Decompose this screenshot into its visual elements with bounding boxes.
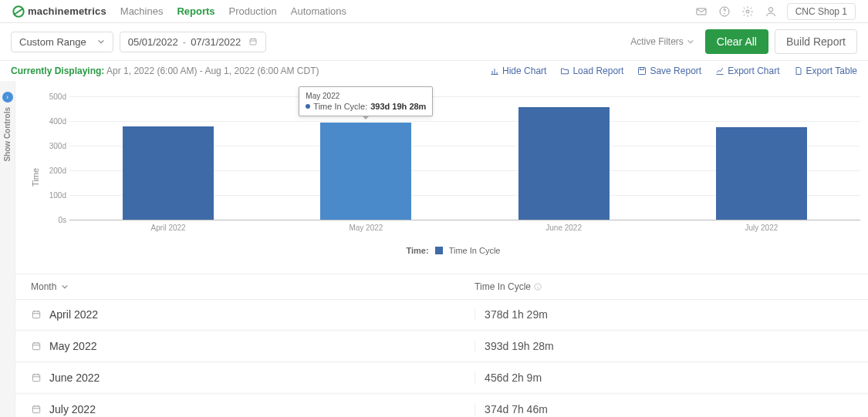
nav-reports[interactable]: Reports <box>177 5 214 17</box>
range-dropdown-label: Custom Range <box>19 36 86 48</box>
date-dash: - <box>183 36 186 48</box>
display-label: Currently Displaying: <box>11 66 104 76</box>
svg-rect-24 <box>32 375 39 382</box>
nav-production[interactable]: Production <box>229 5 277 17</box>
svg-rect-28 <box>32 406 39 413</box>
row-time: 456d 2h 9m <box>475 372 853 384</box>
logo-mark-icon <box>12 5 25 18</box>
row-month: June 2022 <box>49 372 100 384</box>
brand-logo[interactable]: machinemetrics <box>12 5 106 18</box>
date-to: 07/31/2022 <box>191 36 241 48</box>
calendar-icon <box>248 37 258 46</box>
show-controls-label: Show Controls <box>3 107 12 162</box>
x-tick: April 2022 <box>151 224 186 232</box>
row-time: 378d 1h 29m <box>475 308 853 321</box>
calendar-icon <box>31 404 42 415</box>
svg-rect-16 <box>32 311 39 318</box>
save-report-action[interactable]: Save Report <box>637 66 701 76</box>
table-row[interactable]: June 2022 456d 2h 9m <box>15 363 868 395</box>
svg-point-6 <box>768 7 772 11</box>
chart-line-icon <box>715 66 724 76</box>
chart-bar-icon <box>490 66 499 76</box>
table-row[interactable]: July 2022 374d 7h 46m <box>15 395 868 417</box>
info-icon <box>534 283 542 291</box>
y-tick: 100d <box>45 191 66 200</box>
svg-point-5 <box>746 10 749 13</box>
row-time: 393d 19h 28m <box>475 340 853 352</box>
x-tick: May 2022 <box>349 224 383 232</box>
brand-name: machinemetrics <box>28 5 106 17</box>
export-table-action[interactable]: Export Table <box>794 66 858 76</box>
folder-open-icon <box>560 66 569 76</box>
shop-selector[interactable]: CNC Shop 1 <box>787 3 856 20</box>
table-header: Month Time In Cycle <box>15 274 868 300</box>
svg-rect-11 <box>639 68 646 75</box>
y-tick: 200d <box>45 166 66 175</box>
currently-displaying: Currently Displaying: Apr 1, 2022 (6:00 … <box>11 66 319 76</box>
row-month: July 2022 <box>49 403 96 415</box>
col-header-time[interactable]: Time In Cycle <box>475 281 853 292</box>
calendar-icon <box>31 309 42 320</box>
nav-automations[interactable]: Automations <box>291 5 346 17</box>
svg-rect-20 <box>32 343 39 350</box>
nav-machines[interactable]: Machines <box>120 5 164 17</box>
active-filters-toggle[interactable]: Active Filters <box>630 36 694 47</box>
date-from: 05/01/2022 <box>128 36 178 48</box>
y-tick: 300d <box>45 142 66 150</box>
x-tick: July 2022 <box>745 224 778 232</box>
y-tick: 400d <box>45 117 66 126</box>
svg-point-4 <box>724 13 724 14</box>
save-icon <box>637 66 647 76</box>
svg-point-14 <box>538 285 539 286</box>
hide-chart-action[interactable]: Hide Chart <box>490 66 546 76</box>
bar-chart: 0s100d200d300d400d500d April 2022May 202… <box>69 96 860 220</box>
user-icon[interactable] <box>764 5 778 18</box>
col-header-month[interactable]: Month <box>31 281 475 292</box>
calendar-icon <box>31 341 42 351</box>
side-controls-tab[interactable]: › Show Controls <box>0 81 15 417</box>
row-month: April 2022 <box>49 308 98 321</box>
y-axis-label: Time <box>31 168 40 187</box>
mail-icon[interactable] <box>694 5 708 18</box>
chevron-down-icon <box>97 38 105 45</box>
load-report-action[interactable]: Load Report <box>560 66 623 76</box>
clear-all-button[interactable]: Clear All <box>705 29 768 54</box>
active-filters-label: Active Filters <box>630 36 684 47</box>
svg-rect-12 <box>640 68 644 70</box>
svg-rect-2 <box>697 8 706 15</box>
build-report-button[interactable]: Build Report <box>775 29 857 54</box>
row-time: 374d 7h 46m <box>475 403 853 415</box>
range-dropdown[interactable]: Custom Range <box>11 32 113 52</box>
y-tick: 500d <box>45 92 66 101</box>
x-tick: June 2022 <box>545 224 582 232</box>
calendar-icon <box>31 372 42 383</box>
bar[interactable] <box>320 123 411 220</box>
y-tick: 0s <box>45 216 66 224</box>
controls-toggle-icon[interactable]: › <box>2 92 13 103</box>
document-icon <box>794 66 803 76</box>
export-chart-action[interactable]: Export Chart <box>715 66 779 76</box>
chart-legend: Time: Time In Cycle <box>46 246 860 255</box>
help-icon[interactable] <box>718 5 731 18</box>
bar[interactable] <box>123 126 214 220</box>
table-row[interactable]: April 2022 378d 1h 29m <box>15 300 868 331</box>
display-value: Apr 1, 2022 (6:00 AM) - Aug 1, 2022 (6:0… <box>106 66 319 76</box>
bar[interactable] <box>716 127 807 220</box>
chevron-down-icon <box>687 38 694 45</box>
table-row[interactable]: May 2022 393d 19h 28m <box>15 331 868 363</box>
chevron-down-icon <box>61 283 69 291</box>
legend-swatch <box>435 247 443 254</box>
svg-line-1 <box>14 8 23 15</box>
gear-icon[interactable] <box>741 5 755 18</box>
svg-rect-7 <box>250 39 256 45</box>
row-month: May 2022 <box>49 340 96 352</box>
bar[interactable] <box>518 107 610 220</box>
date-range-picker[interactable]: 05/01/2022 - 07/31/2022 <box>120 32 267 52</box>
